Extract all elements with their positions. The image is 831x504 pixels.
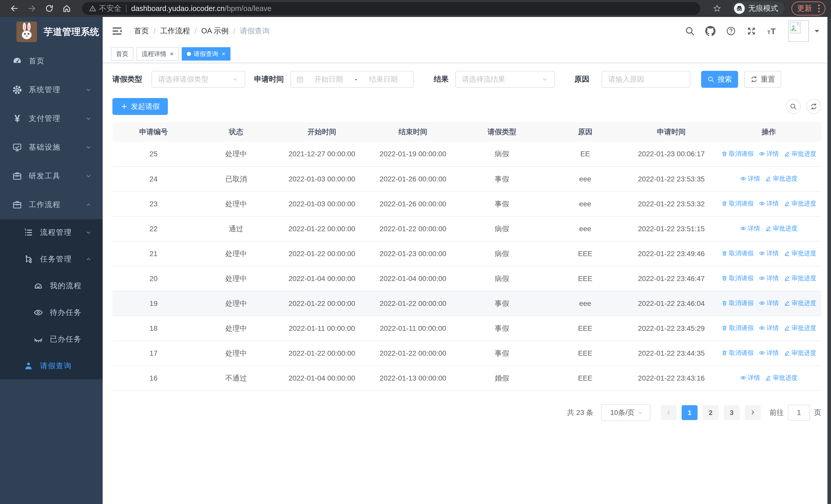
search-icon[interactable] — [685, 26, 695, 36]
filter-form: 请假类型 请选择请假类型 申请时间 开始日期 - 结束日期 结果 请选择流结果 — [112, 71, 821, 88]
action-detail[interactable]: 详情 — [740, 224, 760, 233]
leave-table: 申请编号状态开始时间结束时间请假类型原因申请时间操作 25处理中2021-12-… — [112, 122, 821, 391]
cell-reason: EEE — [544, 366, 626, 391]
apply-time-range-picker[interactable]: 开始日期 - 结束日期 — [290, 71, 414, 88]
security-label: 不安全 — [99, 3, 121, 13]
page-button-3[interactable]: 3 — [724, 405, 740, 420]
bookmark-star-icon[interactable] — [712, 3, 722, 13]
table-body: 25处理中2021-12-27 00:00:002022-01-19 00:00… — [112, 142, 821, 391]
cell-status: 已取消 — [195, 167, 278, 191]
action-progress[interactable]: 审批进度 — [784, 274, 816, 282]
action-progress[interactable]: 审批进度 — [765, 175, 798, 183]
action-progress[interactable]: 审批进度 — [784, 299, 816, 307]
action-detail[interactable]: 详情 — [759, 274, 779, 282]
sidebar-item-task-mgmt[interactable]: 任务管理 — [0, 246, 103, 272]
action-progress[interactable]: 审批进度 — [784, 349, 816, 357]
github-icon[interactable] — [705, 26, 716, 36]
cell-end: 2022-01-22 00:00:00 — [366, 291, 460, 316]
breadcrumb-item[interactable]: 工作流程 — [160, 26, 190, 36]
tab-2[interactable]: 流程详情× — [137, 47, 179, 61]
goto-page-input[interactable] — [788, 405, 810, 421]
sidebar-item-leave-query[interactable]: 请假查询 — [0, 353, 103, 379]
table-row: 18处理中2022-01-11 00:00:002022-01-11 00:00… — [112, 316, 821, 341]
caret-down-icon[interactable] — [813, 27, 821, 35]
tab-1[interactable]: 首页 — [111, 47, 134, 61]
action-cancel[interactable]: 取消请假 — [721, 324, 754, 332]
app-logo-row[interactable]: 芋道管理系统 — [0, 17, 103, 47]
leave-type-select[interactable]: 请选择请假类型 — [151, 71, 245, 88]
sidebar-item-label: 待办任务 — [50, 307, 82, 318]
list-icon — [24, 228, 33, 237]
browser-menu-icon[interactable] — [818, 5, 820, 12]
reload-icon[interactable] — [44, 3, 54, 13]
action-detail[interactable]: 详情 — [759, 199, 779, 208]
show-search-circle-button[interactable] — [786, 99, 801, 114]
refresh-circle-button[interactable] — [806, 99, 821, 114]
action-detail[interactable]: 详情 — [759, 324, 779, 332]
close-icon[interactable]: × — [170, 51, 173, 57]
page-size-select[interactable]: 10条/页 — [601, 404, 650, 421]
action-detail[interactable]: 详情 — [740, 175, 760, 183]
action-progress[interactable]: 审批进度 — [784, 324, 816, 332]
breadcrumb-item[interactable]: OA 示例 — [201, 26, 228, 36]
home-icon[interactable] — [62, 3, 72, 13]
page-button-2[interactable]: 2 — [703, 405, 719, 420]
forward-icon[interactable] — [27, 3, 37, 13]
sidebar-item-dev-tools[interactable]: 研发工具 — [0, 162, 103, 190]
create-leave-button[interactable]: 发起请假 — [112, 98, 168, 115]
scrollbar[interactable] — [827, 17, 831, 504]
close-icon[interactable]: × — [222, 51, 225, 57]
action-progress[interactable]: 审批进度 — [784, 199, 816, 208]
action-detail[interactable]: 详情 — [759, 249, 779, 257]
fullscreen-icon[interactable] — [746, 26, 756, 36]
browser-update-button[interactable]: 更新 — [792, 2, 825, 16]
action-detail[interactable]: 详情 — [759, 150, 779, 158]
avatar[interactable] — [789, 20, 809, 42]
action-cancel[interactable]: 取消请假 — [721, 249, 754, 257]
action-cancel[interactable]: 取消请假 — [721, 299, 754, 307]
svg-text:T: T — [771, 27, 776, 36]
action-detail[interactable]: 详情 — [759, 299, 779, 307]
font-size-icon[interactable]: TT — [767, 26, 777, 36]
page-button-1[interactable]: 1 — [682, 405, 697, 420]
view-icon — [759, 200, 765, 207]
cell-type: 事假 — [460, 316, 544, 341]
sidebar-item-workflow[interactable]: 工作流程 — [0, 190, 103, 219]
action-detail[interactable]: 详情 — [740, 374, 760, 382]
address-bar[interactable]: 不安全 dashboard.yudao.iocoder.cn/bpm/oa/le… — [82, 2, 700, 15]
action-progress[interactable]: 审批进度 — [765, 374, 798, 382]
action-cancel[interactable]: 取消请假 — [721, 274, 754, 282]
sidebar-item-system[interactable]: 系统管理 — [0, 76, 103, 104]
action-label: 取消请假 — [729, 150, 754, 158]
delete-icon — [721, 151, 727, 157]
result-select[interactable]: 请选择流结果 — [455, 71, 555, 88]
action-progress[interactable]: 审批进度 — [784, 249, 816, 257]
action-cancel[interactable]: 取消请假 — [721, 349, 754, 357]
delete-icon — [721, 275, 727, 281]
action-cancel[interactable]: 取消请假 — [721, 199, 754, 208]
reason-input[interactable] — [608, 75, 684, 83]
tab-3[interactable]: 请假查询× — [182, 47, 230, 61]
sidebar-item-my-process[interactable]: 我的流程 — [0, 272, 103, 299]
action-progress[interactable]: 审批进度 — [784, 150, 816, 158]
search-button[interactable]: 搜索 — [701, 71, 738, 88]
action-detail[interactable]: 详情 — [759, 349, 779, 357]
eye-closed-icon — [33, 334, 43, 344]
back-icon[interactable] — [9, 3, 20, 13]
action-cancel[interactable]: 取消请假 — [721, 150, 754, 158]
sidebar-item-infra[interactable]: 基础设施 — [0, 133, 103, 162]
sidebar-item-process-mgmt[interactable]: 流程管理 — [0, 219, 103, 246]
sidebar-item-home[interactable]: 首页 — [0, 47, 103, 76]
sidebar-item-todo-tasks[interactable]: 待办任务 — [0, 299, 103, 326]
next-page-button[interactable]: › — [745, 405, 761, 420]
sidebar-collapse-icon[interactable] — [111, 25, 123, 37]
table-row: 16不通过2022-01-04 00:00:002022-01-13 00:00… — [112, 366, 821, 391]
reset-button[interactable]: 重置 — [744, 71, 781, 88]
help-icon[interactable] — [726, 26, 736, 36]
sidebar-item-pay[interactable]: ¥支付管理 — [0, 104, 103, 133]
sidebar-item-done-tasks[interactable]: 已办任务 — [0, 326, 103, 353]
cell-id: 19 — [112, 291, 195, 316]
action-progress[interactable]: 审批进度 — [765, 224, 798, 233]
prev-page-button[interactable]: ‹ — [661, 405, 677, 420]
breadcrumb-item[interactable]: 首页 — [134, 26, 149, 36]
